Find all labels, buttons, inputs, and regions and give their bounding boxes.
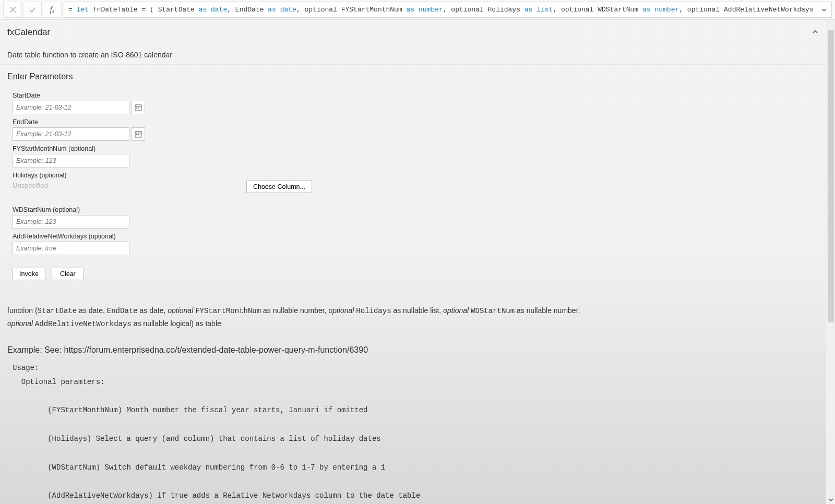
invoke-button[interactable]: Invoke <box>13 268 45 280</box>
sig-p3-opt: optional <box>168 306 195 315</box>
function-signature: function (StartDate as date, EndDate as … <box>0 294 826 335</box>
svg-rect-11 <box>138 134 139 135</box>
sig-p5-opt: optional <box>443 306 471 315</box>
enddate-label: EndDate <box>13 118 818 126</box>
chevron-down-icon <box>828 497 833 502</box>
close-icon <box>9 6 16 13</box>
svg-rect-10 <box>136 134 137 135</box>
check-icon <box>29 6 36 14</box>
fystartmonth-label: FYStartMonthNum (optional) <box>13 145 818 152</box>
example-header: Example: See: https://forum.enterprisedn… <box>0 335 826 359</box>
sig-p2: EndDate <box>107 307 138 315</box>
fx-icon: fx <box>43 2 62 18</box>
svg-rect-4 <box>136 107 137 109</box>
cancel-formula-button[interactable] <box>3 2 22 18</box>
sig-p3-type: as nullable number, <box>261 306 328 315</box>
sig-l2-opt: optional <box>7 319 35 328</box>
addrelnet-input[interactable] <box>13 242 129 255</box>
sig-p4: Holidays <box>356 307 391 315</box>
formula-input[interactable]: = let fnDateTable = ( StartDate as date,… <box>64 2 816 18</box>
startdate-label: StartDate <box>13 92 818 99</box>
scrollbar-down-button[interactable] <box>826 495 835 504</box>
wdstartnum-input[interactable] <box>13 215 129 229</box>
function-title: fxCalendar <box>7 27 50 38</box>
choose-column-button[interactable]: Choose Column... <box>246 181 312 193</box>
startdate-input[interactable] <box>13 101 129 114</box>
sig-prefix: function ( <box>7 306 38 315</box>
enddate-input[interactable] <box>13 127 129 141</box>
sig-p5: WDStartNum <box>471 307 515 315</box>
holidays-unspecified: Unspecified <box>13 181 48 195</box>
formula-text: = let fnDateTable = ( StartDate as date,… <box>68 6 816 14</box>
sig-l2-name: AddRelativeNetWorkdays <box>35 320 132 328</box>
fystartmonth-input[interactable] <box>13 154 129 167</box>
chevron-down-icon <box>821 7 827 13</box>
sig-p5-type: as nullable number, <box>515 306 580 315</box>
scrollbar-thumb[interactable] <box>828 30 834 322</box>
function-description: Date table function to create an ISO-860… <box>0 41 826 64</box>
scrollbar[interactable] <box>826 20 835 504</box>
addrelnet-label: AddRelativeNetWorkdays (optional) <box>13 233 818 240</box>
sig-p4-opt: optional <box>328 306 356 315</box>
calendar-icon <box>135 104 142 111</box>
sig-p2-type: as date, <box>138 306 168 315</box>
holidays-label: Holidays (optional) <box>13 172 818 179</box>
clear-button[interactable]: Clear <box>52 268 84 280</box>
chevron-up-icon <box>812 29 818 35</box>
expand-formula-button[interactable] <box>816 2 832 18</box>
startdate-calendar-button[interactable] <box>132 101 145 114</box>
commit-formula-button[interactable] <box>23 2 42 18</box>
enddate-calendar-button[interactable] <box>132 127 145 141</box>
sig-p1-type: as date, <box>77 306 107 315</box>
usage-text: Usage: Optional paramters: (FYStartMonth… <box>0 359 826 504</box>
svg-rect-5 <box>138 107 139 109</box>
sig-p4-type: as nullable list, <box>391 306 444 315</box>
enter-parameters-header: Enter Parameters <box>0 65 826 88</box>
sig-p3: FYStartMonthNum <box>195 307 261 315</box>
sig-p1: StartDate <box>38 307 77 315</box>
calendar-icon <box>135 130 142 138</box>
wdstartnum-label: WDStartNum (optional) <box>13 206 818 213</box>
collapse-button[interactable] <box>812 28 818 37</box>
sig-l2-tail: as nullable logical) as table <box>132 319 221 328</box>
formula-bar: fx = let fnDateTable = ( StartDate as da… <box>0 0 835 20</box>
content-area: fxCalendar Date table function to create… <box>0 20 826 504</box>
